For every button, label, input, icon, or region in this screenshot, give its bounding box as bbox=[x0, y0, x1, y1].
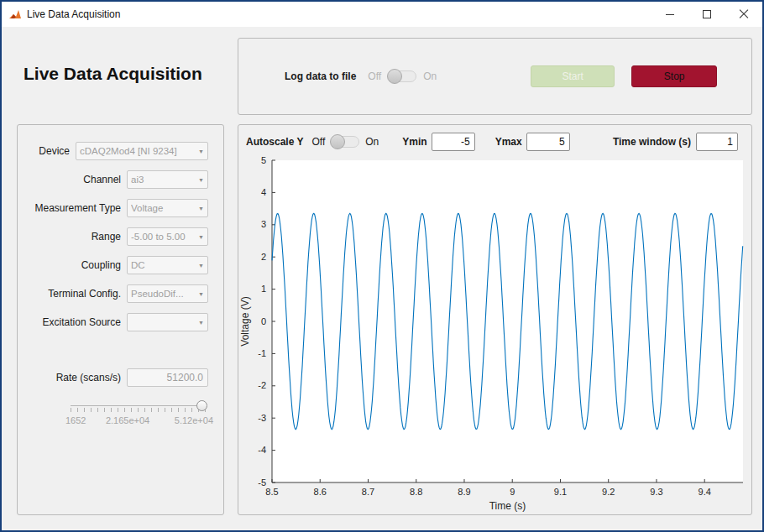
chevron-down-icon: ▼ bbox=[198, 234, 204, 240]
svg-text:-1: -1 bbox=[258, 348, 266, 358]
rate-label: Rate (scans/s) bbox=[24, 372, 121, 383]
ymin-field[interactable] bbox=[432, 133, 475, 151]
chevron-down-icon: ▼ bbox=[198, 263, 204, 269]
minimize-icon bbox=[666, 14, 674, 15]
slider-max-label: 5.12e+04 bbox=[175, 415, 213, 425]
svg-text:-5: -5 bbox=[258, 477, 266, 488]
close-button[interactable] bbox=[725, 2, 762, 27]
svg-text:8.9: 8.9 bbox=[458, 487, 470, 497]
rate-slider[interactable]: 1652 2.165e+04 5.12e+04 bbox=[71, 399, 207, 434]
app-window: Live Data Acquisition Live Data Acquisit… bbox=[0, 0, 764, 532]
window-title: Live Data Acquisition bbox=[27, 8, 120, 20]
ymax-field[interactable] bbox=[526, 133, 570, 151]
svg-text:-4: -4 bbox=[258, 445, 266, 455]
chevron-down-icon: ▼ bbox=[198, 177, 204, 183]
terminal-config-dropdown[interactable]: PseudoDif... ▼ bbox=[127, 284, 208, 303]
titlebar: Live Data Acquisition bbox=[2, 2, 762, 27]
measurement-type-dropdown-value: Voltage bbox=[131, 203, 196, 213]
svg-text:8.8: 8.8 bbox=[410, 487, 422, 497]
range-dropdown[interactable]: -5.00 to 5.00 ▼ bbox=[127, 227, 208, 246]
svg-text:-2: -2 bbox=[258, 380, 266, 390]
coupling-label: Coupling bbox=[24, 259, 121, 271]
log-switch-knob[interactable] bbox=[387, 69, 402, 84]
voltage-plot: 8.58.68.78.88.999.19.29.39.4-5-4-3-2-101… bbox=[238, 154, 753, 514]
window-controls bbox=[651, 2, 762, 27]
chevron-down-icon: ▼ bbox=[198, 320, 204, 326]
coupling-dropdown[interactable]: DC ▼ bbox=[127, 256, 208, 274]
svg-text:9.4: 9.4 bbox=[699, 487, 711, 497]
svg-text:3: 3 bbox=[261, 219, 266, 229]
coupling-dropdown-value: DC bbox=[131, 260, 196, 270]
svg-text:8.7: 8.7 bbox=[362, 487, 374, 497]
rate-field[interactable] bbox=[127, 368, 208, 387]
svg-text:0: 0 bbox=[261, 316, 266, 326]
autoscale-switch[interactable] bbox=[331, 136, 359, 148]
matlab-icon bbox=[8, 8, 22, 20]
autoscale-switch-knob[interactable] bbox=[330, 134, 345, 149]
device-dropdown-value: cDAQ2Mod4 [NI 9234] bbox=[80, 146, 196, 156]
device-row: Device cDAQ2Mod4 [NI 9234] ▼ bbox=[24, 142, 208, 160]
excitation-source-label: Excitation Source bbox=[24, 316, 121, 328]
ymin-label: Ymin bbox=[402, 136, 426, 148]
svg-text:8.6: 8.6 bbox=[314, 487, 327, 497]
rate-slider-track[interactable] bbox=[71, 405, 207, 406]
log-data-switch[interactable] bbox=[388, 70, 416, 82]
slider-min-label: 1652 bbox=[65, 415, 86, 425]
measurement-type-dropdown[interactable]: Voltage ▼ bbox=[127, 199, 208, 217]
log-panel: Log data to file Off On Start Stop bbox=[238, 38, 752, 115]
time-window-field[interactable] bbox=[696, 133, 738, 151]
measurement-type-row: Measurement Type Voltage ▼ bbox=[24, 199, 208, 217]
svg-text:9.1: 9.1 bbox=[554, 487, 567, 497]
plot-controls: Autoscale Y Off On Ymin Ymax Time window… bbox=[238, 132, 751, 152]
plot-panel: Autoscale Y Off On Ymin Ymax Time window… bbox=[238, 124, 752, 515]
page-title: Live Data Acquisition bbox=[24, 64, 202, 84]
coupling-row: Coupling DC ▼ bbox=[24, 256, 208, 274]
channel-dropdown[interactable]: ai3 ▼ bbox=[127, 170, 208, 189]
maximize-icon bbox=[703, 10, 711, 18]
range-row: Range -5.00 to 5.00 ▼ bbox=[24, 227, 208, 246]
ymax-label: Ymax bbox=[495, 136, 522, 148]
log-switch-on-label: On bbox=[423, 70, 437, 82]
terminal-config-dropdown-value: PseudoDif... bbox=[131, 289, 196, 299]
autoscale-on-label: On bbox=[365, 136, 379, 148]
minimize-button[interactable] bbox=[651, 2, 688, 27]
device-form: Device cDAQ2Mod4 [NI 9234] ▼ Channel ai3… bbox=[18, 125, 223, 331]
terminal-config-row: Terminal Config. PseudoDif... ▼ bbox=[24, 284, 208, 303]
svg-text:9.3: 9.3 bbox=[650, 487, 662, 497]
rate-slider-thumb[interactable] bbox=[196, 400, 207, 411]
svg-text:4: 4 bbox=[261, 187, 266, 197]
start-button[interactable]: Start bbox=[531, 65, 615, 87]
svg-text:-3: -3 bbox=[258, 413, 266, 423]
autoscale-label: Autoscale Y bbox=[246, 136, 303, 148]
terminal-config-label: Terminal Config. bbox=[24, 288, 121, 300]
time-window-label: Time window (s) bbox=[613, 136, 691, 148]
log-switch-off-label: Off bbox=[368, 70, 381, 82]
app-body: Live Data Acquisition Device cDAQ2Mod4 [… bbox=[2, 27, 762, 530]
excitation-source-row: Excitation Source ▼ bbox=[24, 313, 208, 331]
channel-dropdown-value: ai3 bbox=[131, 175, 196, 185]
svg-text:8.5: 8.5 bbox=[265, 487, 278, 497]
chevron-down-icon: ▼ bbox=[198, 206, 204, 211]
slider-mid-label: 2.165e+04 bbox=[106, 415, 149, 425]
chevron-down-icon: ▼ bbox=[198, 149, 204, 154]
svg-text:Time (s): Time (s) bbox=[489, 500, 526, 512]
close-icon bbox=[739, 9, 749, 19]
rate-row: Rate (scans/s) bbox=[24, 368, 208, 387]
device-dropdown[interactable]: cDAQ2Mod4 [NI 9234] ▼ bbox=[76, 142, 208, 160]
stop-button[interactable]: Stop bbox=[631, 65, 717, 87]
measurement-type-label: Measurement Type bbox=[24, 202, 121, 214]
svg-text:Voltage (V): Voltage (V) bbox=[239, 296, 251, 346]
svg-text:9: 9 bbox=[510, 487, 515, 497]
rate-slider-ticks bbox=[71, 408, 207, 412]
range-dropdown-value: -5.00 to 5.00 bbox=[131, 232, 196, 242]
svg-text:5: 5 bbox=[261, 155, 266, 165]
excitation-source-dropdown[interactable]: ▼ bbox=[127, 313, 208, 331]
device-panel: Device cDAQ2Mod4 [NI 9234] ▼ Channel ai3… bbox=[17, 124, 224, 515]
log-data-label: Log data to file bbox=[285, 70, 356, 82]
device-label: Device bbox=[24, 145, 70, 157]
svg-text:9.2: 9.2 bbox=[602, 487, 615, 497]
channel-label: Channel bbox=[24, 174, 121, 185]
range-label: Range bbox=[24, 231, 121, 243]
chevron-down-icon: ▼ bbox=[198, 291, 204, 297]
maximize-button[interactable] bbox=[688, 2, 725, 27]
